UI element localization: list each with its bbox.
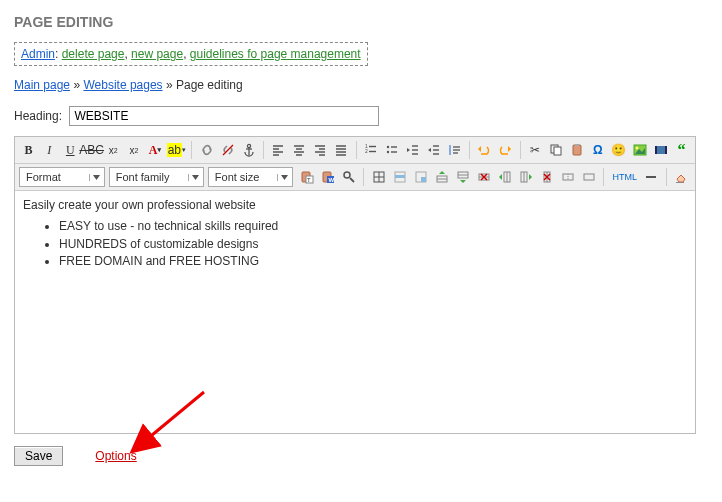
bold-button[interactable]: B — [19, 140, 38, 160]
highlight-button[interactable]: ab▾ — [166, 140, 186, 160]
strikethrough-button[interactable]: ABC — [82, 140, 102, 160]
svg-point-1 — [247, 144, 250, 147]
outdent-button[interactable] — [403, 140, 422, 160]
footer-row: Save Options — [14, 446, 708, 466]
paste-word-button[interactable]: W — [318, 167, 337, 187]
anchor-button[interactable] — [239, 140, 258, 160]
insert-row-before-button[interactable] — [432, 167, 451, 187]
editor-content[interactable]: Easily create your own professional webs… — [15, 191, 695, 433]
svg-rect-51 — [665, 146, 667, 154]
svg-marker-82 — [499, 174, 502, 180]
table-cell-props-button[interactable] — [411, 167, 430, 187]
breadcrumb-sep: » — [73, 78, 80, 92]
insert-col-before-button[interactable] — [495, 167, 514, 187]
svg-text:2: 2 — [365, 148, 368, 154]
svg-point-47 — [635, 147, 638, 150]
options-link[interactable]: Options — [95, 449, 136, 463]
svg-marker-94 — [677, 175, 685, 182]
content-bullet: EASY to use - no technical skills requir… — [59, 218, 687, 235]
content-bullet: HUNDREDS of customizable designs — [59, 236, 687, 253]
table-button[interactable] — [369, 167, 388, 187]
align-right-button[interactable] — [311, 140, 330, 160]
unordered-list-button[interactable] — [382, 140, 401, 160]
format-dropdown[interactable]: Format — [19, 167, 105, 187]
paste-text-button[interactable]: T — [297, 167, 316, 187]
toolbar-row-1: B I U ABC x2 x2 A▾ ab▾ 12 ✂ Ω 🙂 “ — [15, 137, 695, 164]
media-button[interactable] — [651, 140, 670, 160]
table-row-props-button[interactable] — [390, 167, 409, 187]
delete-col-button[interactable] — [537, 167, 556, 187]
svg-rect-92 — [584, 174, 594, 180]
font-family-dropdown-label: Font family — [116, 171, 170, 183]
indent-button[interactable] — [424, 140, 443, 160]
font-family-dropdown[interactable]: Font family — [109, 167, 204, 187]
toolbar-row-2: Format Font family Font size T W HTML — [15, 164, 695, 191]
svg-rect-50 — [655, 146, 657, 154]
heading-label: Heading: — [14, 109, 62, 123]
svg-point-61 — [344, 172, 350, 178]
copy-button[interactable] — [547, 140, 566, 160]
html-source-button[interactable]: HTML — [609, 167, 640, 187]
superscript-button[interactable]: x2 — [125, 140, 144, 160]
special-char-button[interactable]: Ω — [588, 140, 607, 160]
align-left-button[interactable] — [269, 140, 288, 160]
chevron-down-icon — [188, 174, 199, 181]
underline-button[interactable]: U — [61, 140, 80, 160]
breadcrumb-pages[interactable]: Website pages — [83, 78, 162, 92]
split-cells-button[interactable] — [558, 167, 577, 187]
svg-marker-85 — [529, 174, 532, 180]
link-button[interactable] — [197, 140, 216, 160]
image-button[interactable] — [630, 140, 649, 160]
hr-button[interactable] — [642, 167, 661, 187]
align-justify-button[interactable] — [332, 140, 351, 160]
guidelines-link[interactable]: guidelines fo page management — [190, 47, 361, 61]
italic-button[interactable]: I — [40, 140, 59, 160]
svg-rect-45 — [575, 144, 579, 146]
emoticon-button[interactable]: 🙂 — [609, 140, 628, 160]
insert-row-after-button[interactable] — [453, 167, 472, 187]
blockquote-button[interactable] — [445, 140, 464, 160]
svg-marker-28 — [407, 148, 410, 152]
redo-button[interactable] — [496, 140, 515, 160]
content-bullet: FREE DOMAIN and FREE HOSTING — [59, 253, 687, 270]
svg-marker-52 — [93, 175, 100, 180]
svg-rect-43 — [554, 147, 561, 155]
page-title: PAGE EDITING — [14, 14, 708, 30]
breadcrumb: Main page » Website pages » Page editing — [14, 78, 708, 92]
svg-marker-32 — [428, 148, 431, 152]
svg-marker-53 — [192, 175, 199, 180]
subscript-button[interactable]: x2 — [104, 140, 123, 160]
insert-col-after-button[interactable] — [516, 167, 535, 187]
breadcrumb-main[interactable]: Main page — [14, 78, 70, 92]
heading-row: Heading: — [14, 106, 708, 126]
svg-rect-95 — [676, 182, 684, 183]
svg-marker-75 — [460, 180, 466, 183]
save-button[interactable]: Save — [14, 446, 63, 466]
breadcrumb-sep: » — [166, 78, 173, 92]
clear-formatting-button[interactable] — [672, 167, 691, 187]
svg-rect-44 — [573, 145, 581, 155]
unlink-button[interactable] — [218, 140, 237, 160]
cut-button[interactable]: ✂ — [526, 140, 545, 160]
heading-input[interactable] — [69, 106, 379, 126]
ordered-list-button[interactable]: 12 — [362, 140, 381, 160]
text-color-button[interactable]: A▾ — [145, 140, 164, 160]
svg-text:T: T — [307, 177, 311, 183]
svg-rect-69 — [421, 177, 426, 182]
svg-point-24 — [387, 146, 389, 148]
delete-row-button[interactable] — [474, 167, 493, 187]
undo-button[interactable] — [475, 140, 494, 160]
delete-page-link[interactable]: delete page — [62, 47, 125, 61]
new-page-link[interactable]: new page — [131, 47, 183, 61]
svg-marker-41 — [508, 146, 511, 152]
font-size-dropdown[interactable]: Font size — [208, 167, 294, 187]
admin-link[interactable]: Admin — [21, 47, 55, 61]
merge-cells-button[interactable] — [579, 167, 598, 187]
paste-button[interactable] — [568, 140, 587, 160]
chevron-down-icon — [89, 174, 100, 181]
align-center-button[interactable] — [290, 140, 309, 160]
svg-line-62 — [350, 178, 354, 182]
find-replace-button[interactable] — [339, 167, 358, 187]
svg-marker-40 — [478, 146, 481, 152]
quote-button[interactable]: “ — [672, 140, 691, 160]
